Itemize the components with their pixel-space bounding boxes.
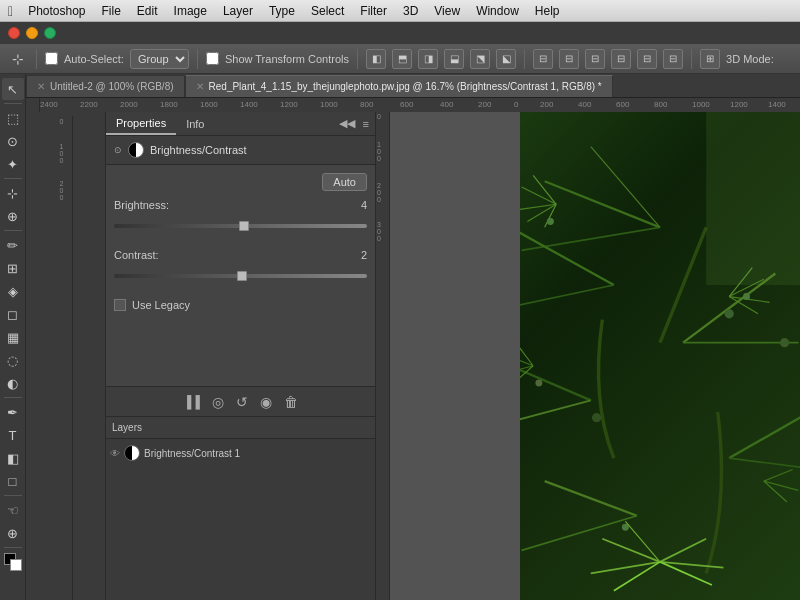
show-transform-label: Show Transform Controls (225, 53, 349, 65)
brightness-contrast-icon (128, 142, 144, 158)
tab-label-redplant: Red_Plant_4_1.15_by_thejunglephoto.pw.jp… (209, 81, 602, 92)
contrast-value: 2 (361, 249, 367, 261)
menu-help[interactable]: Help (528, 2, 567, 20)
menu-file[interactable]: File (95, 2, 128, 20)
menu-window[interactable]: Window (469, 2, 526, 20)
zoom-tool-btn[interactable]: ⊕ (2, 522, 24, 544)
canvas-content[interactable]: 0 100 200 300 (376, 112, 800, 600)
ruler-h-2400: 2400 (40, 100, 58, 109)
distribute6-icon[interactable]: ⊟ (663, 49, 683, 69)
panel-collapse-btn[interactable]: ◀◀ (337, 115, 357, 132)
tab-properties[interactable]: Properties (106, 113, 176, 135)
auto-button[interactable]: Auto (322, 173, 367, 191)
content-area: ✕ Untitled-2 @ 100% (RGB/8) ✕ Red_Plant_… (26, 74, 800, 600)
menu-type[interactable]: Type (262, 2, 302, 20)
brightness-label: Brightness: (114, 199, 169, 211)
delete-adjustment-btn[interactable]: 🗑 (284, 394, 298, 410)
gradient-tool-btn[interactable]: ▦ (2, 326, 24, 348)
tool-sep6 (4, 547, 22, 548)
eyedropper-tool-btn[interactable]: ⊕ (2, 205, 24, 227)
use-legacy-checkbox[interactable] (114, 299, 126, 311)
divider (36, 49, 37, 69)
menu-select[interactable]: Select (304, 2, 351, 20)
close-button[interactable] (8, 27, 20, 39)
shape-tool-btn[interactable]: □ (2, 470, 24, 492)
magic-wand-tool-btn[interactable]: ✦ (2, 153, 24, 175)
svg-line-40 (660, 539, 706, 562)
align-left-icon[interactable]: ◧ (366, 49, 386, 69)
group-dropdown[interactable]: Group Layer (130, 49, 189, 69)
show-transform-checkbox[interactable] (206, 52, 219, 65)
tool-sep4 (4, 397, 22, 398)
menu-bar:  Photoshop File Edit Image Layer Type S… (0, 0, 800, 22)
ruler-h-800: 800 (360, 100, 373, 109)
adjustment-options-icon[interactable]: ⊙ (114, 145, 122, 155)
clip-to-layer-btn[interactable]: ▐▐ (183, 395, 200, 409)
svg-point-30 (725, 309, 734, 318)
contrast-slider[interactable] (114, 269, 367, 283)
distribute5-icon[interactable]: ⊟ (637, 49, 657, 69)
align-center-v-icon[interactable]: ⬔ (470, 49, 490, 69)
svg-line-0 (545, 181, 660, 227)
plant-svg (520, 112, 800, 600)
menu-filter[interactable]: Filter (353, 2, 394, 20)
tab-redplant[interactable]: ✕ Red_Plant_4_1.15_by_thejunglephoto.pw.… (185, 75, 613, 97)
menu-edit[interactable]: Edit (130, 2, 165, 20)
clone-tool-btn[interactable]: ⊞ (2, 257, 24, 279)
svg-line-7 (520, 366, 591, 401)
dodge-tool-btn[interactable]: ◐ (2, 372, 24, 394)
menu-photoshop[interactable]: Photoshop (21, 2, 92, 20)
align-bottom-icon[interactable]: ⬕ (496, 49, 516, 69)
distribute4-icon[interactable]: ⊟ (611, 49, 631, 69)
brush-tool-btn[interactable]: ✏ (2, 234, 24, 256)
ruler-h-800b: 800 (654, 100, 667, 109)
ruler-corner (26, 98, 40, 112)
path-select-btn[interactable]: ◧ (2, 447, 24, 469)
svg-point-32 (743, 293, 750, 300)
text-tool-btn[interactable]: T (2, 424, 24, 446)
arrange-icon[interactable]: ⊞ (700, 49, 720, 69)
marquee-tool-btn[interactable]: ⬚ (2, 107, 24, 129)
apple-logo[interactable]:  (8, 3, 13, 19)
ruler-h-200b: 200 (540, 100, 553, 109)
eraser-tool-btn[interactable]: ◻ (2, 303, 24, 325)
layer-item-bc[interactable]: 👁 Brightness/Contrast 1 (110, 443, 371, 463)
tab-info[interactable]: Info (176, 114, 214, 134)
maximize-button[interactable] (44, 27, 56, 39)
history-brush-btn[interactable]: ◈ (2, 280, 24, 302)
workspace: 0 100 200 ≡ ◑ i Properties Info ◀◀ ≡ (26, 112, 800, 600)
foreground-background-colors[interactable] (4, 553, 22, 571)
align-right-icon[interactable]: ◨ (418, 49, 438, 69)
auto-select-checkbox[interactable] (45, 52, 58, 65)
distribute3-icon[interactable]: ⊟ (585, 49, 605, 69)
distribute2-icon[interactable]: ⊟ (559, 49, 579, 69)
menu-layer[interactable]: Layer (216, 2, 260, 20)
align-center-h-icon[interactable]: ⬒ (392, 49, 412, 69)
hand-tool-btn[interactable]: ☜ (2, 499, 24, 521)
tab-close-untitled2[interactable]: ✕ (37, 81, 45, 92)
lasso-tool-btn[interactable]: ⊙ (2, 130, 24, 152)
move-tool-btn[interactable]: ↖ (2, 78, 24, 100)
minimize-button[interactable] (26, 27, 38, 39)
options-bar: ⊹ Auto-Select: Group Layer Show Transfor… (0, 44, 800, 74)
crop-tool-btn[interactable]: ⊹ (2, 182, 24, 204)
ruler-h-0: 0 (514, 100, 518, 109)
ruler-h-2200: 2200 (80, 100, 98, 109)
menu-view[interactable]: View (427, 2, 467, 20)
tab-close-redplant[interactable]: ✕ (196, 81, 204, 92)
align-top-icon[interactable]: ⬓ (444, 49, 464, 69)
reset-btn[interactable]: ↺ (236, 394, 248, 410)
visibility-btn[interactable]: ◉ (260, 394, 272, 410)
pen-tool-btn[interactable]: ✒ (2, 401, 24, 423)
svg-line-4 (520, 285, 614, 308)
menu-image[interactable]: Image (167, 2, 214, 20)
menu-3d[interactable]: 3D (396, 2, 425, 20)
tab-untitled2[interactable]: ✕ Untitled-2 @ 100% (RGB/8) (26, 75, 185, 97)
distribute1-icon[interactable]: ⊟ (533, 49, 553, 69)
panel-menu-btn[interactable]: ≡ (361, 116, 371, 132)
horizontal-ruler: 2400 2200 2000 1800 1600 1400 1200 1000 … (40, 98, 800, 112)
svg-line-1 (522, 227, 660, 250)
brightness-slider[interactable] (114, 219, 367, 233)
blur-tool-btn[interactable]: ◌ (2, 349, 24, 371)
view-previous-state-btn[interactable]: ◎ (212, 394, 224, 410)
